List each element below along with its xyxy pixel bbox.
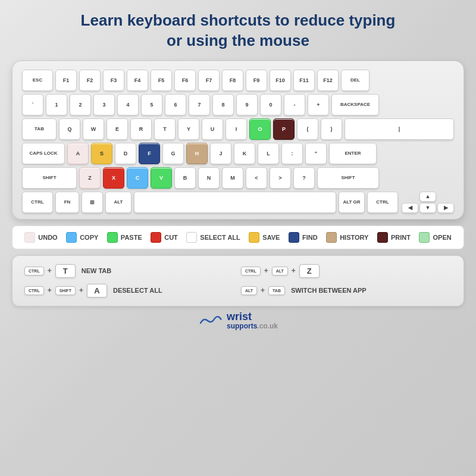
key-l[interactable]: L: [258, 143, 279, 164]
key-open-bracket[interactable]: (: [297, 118, 318, 140]
key-h[interactable]: H: [186, 143, 208, 164]
key-slash[interactable]: ?: [293, 167, 315, 189]
key-0[interactable]: 0: [260, 94, 281, 115]
key-semicolon[interactable]: :: [281, 143, 303, 164]
key-f9[interactable]: F9: [246, 70, 267, 91]
key-arrow-left[interactable]: ◀: [402, 203, 418, 213]
ctrl-key-newtab: CTRL: [24, 267, 44, 275]
paste-label: PASTE: [121, 234, 142, 241]
key-w[interactable]: W: [83, 118, 104, 140]
key-x[interactable]: X: [103, 167, 124, 189]
plus-6: +: [261, 286, 265, 295]
key-capslock[interactable]: CAPS LOCK: [22, 143, 65, 164]
key-u[interactable]: U: [202, 118, 223, 140]
key-f7[interactable]: F7: [198, 70, 220, 91]
undo-label: UNDO: [38, 234, 57, 241]
key-ctrl-right[interactable]: CTRL: [367, 192, 398, 213]
key-1[interactable]: 1: [46, 94, 67, 115]
print-label: PRINT: [391, 234, 411, 241]
key-altgr[interactable]: ALT GR: [339, 192, 365, 213]
key-d[interactable]: D: [115, 143, 136, 164]
function-row: ESC F1 F2 F3 F4 F5 F6 F7 F8 F9 F10 F11 F…: [22, 70, 454, 91]
key-f10[interactable]: F10: [270, 70, 291, 91]
key-e[interactable]: E: [107, 118, 128, 140]
key-4[interactable]: 4: [117, 94, 139, 115]
key-del[interactable]: DEL: [341, 70, 369, 91]
key-arrow-up[interactable]: ▲: [419, 192, 436, 202]
key-f5[interactable]: F5: [151, 70, 172, 91]
key-s[interactable]: S: [91, 143, 112, 164]
key-f8[interactable]: F8: [222, 70, 243, 91]
key-arrow-right[interactable]: ▶: [437, 203, 454, 213]
key-equals[interactable]: +: [308, 94, 329, 115]
key-3[interactable]: 3: [93, 94, 115, 115]
key-quote[interactable]: ": [305, 143, 327, 164]
key-f6[interactable]: F6: [174, 70, 196, 91]
key-f1[interactable]: F1: [55, 70, 77, 91]
key-backtick[interactable]: `: [22, 94, 43, 115]
key-pipe[interactable]: |: [345, 118, 454, 140]
key-o[interactable]: O: [249, 118, 271, 140]
copy-color: [66, 232, 77, 243]
key-period[interactable]: >: [270, 167, 291, 189]
key-f[interactable]: F: [139, 143, 160, 164]
key-v[interactable]: V: [151, 167, 172, 189]
key-ctrl-left[interactable]: CTRL: [22, 192, 53, 213]
plus-1: +: [48, 267, 52, 275]
key-5[interactable]: 5: [141, 94, 162, 115]
key-2[interactable]: 2: [70, 94, 91, 115]
key-win[interactable]: ⊞: [82, 192, 103, 213]
key-a[interactable]: A: [67, 143, 89, 164]
key-6[interactable]: 6: [165, 94, 186, 115]
key-tab[interactable]: TAB: [22, 118, 57, 140]
title-line1: Learn keyboard shortcuts to reduce typin…: [81, 11, 396, 29]
key-f4[interactable]: F4: [127, 70, 148, 91]
legend-print: PRINT: [377, 232, 411, 243]
plus-3: +: [292, 267, 296, 275]
key-shift-left[interactable]: SHIFT: [22, 167, 77, 189]
arrow-up-row: ▲: [402, 192, 454, 202]
key-space[interactable]: [134, 192, 336, 213]
key-arrow-down[interactable]: ▼: [419, 203, 436, 213]
logo-text-block: wrist supports.co.uk: [227, 311, 278, 330]
plus-2: +: [264, 267, 268, 275]
key-j[interactable]: J: [210, 143, 231, 164]
key-f12[interactable]: F12: [317, 70, 339, 91]
key-esc[interactable]: ESC: [22, 70, 53, 91]
key-z[interactable]: Z: [79, 167, 101, 189]
key-y[interactable]: Y: [178, 118, 199, 140]
key-b[interactable]: B: [174, 167, 196, 189]
key-comma[interactable]: <: [246, 167, 267, 189]
key-i[interactable]: I: [226, 118, 247, 140]
shortcut-undo: CTRL + ALT + Z: [241, 264, 452, 278]
open-color: [419, 232, 430, 243]
key-f3[interactable]: F3: [103, 70, 124, 91]
main-container: Learn keyboard shortcuts to reduce typin…: [0, 0, 476, 476]
key-fn[interactable]: FN: [55, 192, 79, 213]
key-n[interactable]: N: [198, 167, 220, 189]
key-8[interactable]: 8: [212, 94, 234, 115]
key-g[interactable]: G: [162, 143, 184, 164]
key-minus[interactable]: -: [284, 94, 305, 115]
zxcv-row: SHIFT Z X C V B N M < > ? SHIFT: [22, 167, 454, 189]
key-q[interactable]: Q: [59, 118, 80, 140]
key-enter[interactable]: ENTER: [329, 143, 377, 164]
key-k[interactable]: K: [234, 143, 255, 164]
key-c[interactable]: C: [127, 167, 148, 189]
key-m[interactable]: M: [222, 167, 243, 189]
key-9[interactable]: 9: [236, 94, 258, 115]
history-color: [326, 232, 337, 243]
key-t[interactable]: T: [154, 118, 176, 140]
selectall-label: SELECT ALL: [200, 234, 240, 241]
legend-selectall: SELECT ALL: [186, 232, 240, 243]
key-7[interactable]: 7: [189, 94, 210, 115]
save-color: [249, 232, 259, 243]
key-shift-right[interactable]: SHIFT: [317, 167, 379, 189]
key-f11[interactable]: F11: [293, 70, 315, 91]
key-close-bracket[interactable]: ): [321, 118, 342, 140]
key-f2[interactable]: F2: [79, 70, 101, 91]
key-backspace[interactable]: BACKSPACE: [331, 94, 379, 115]
key-r[interactable]: R: [130, 118, 152, 140]
key-alt-left[interactable]: ALT: [105, 192, 131, 213]
key-p[interactable]: P: [273, 118, 295, 140]
